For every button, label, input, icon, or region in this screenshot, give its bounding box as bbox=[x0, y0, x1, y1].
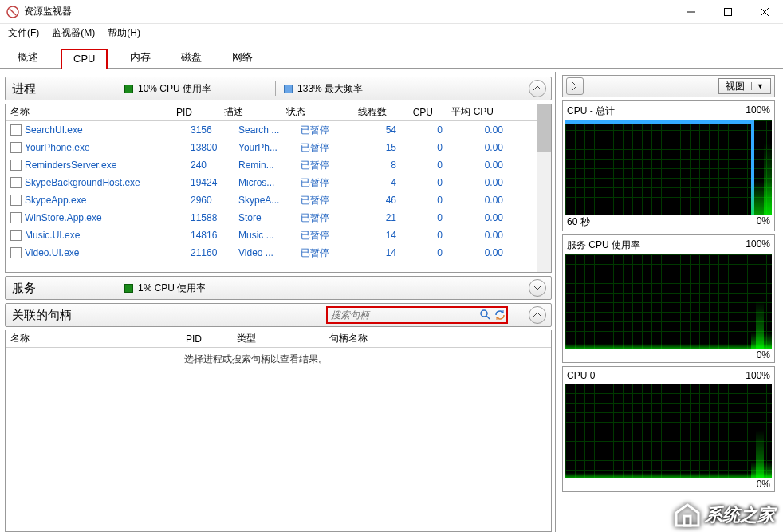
watermark: 系统之家 bbox=[673, 503, 775, 527]
graph-canvas bbox=[565, 254, 772, 349]
handles-title: 关联的句柄 bbox=[12, 308, 72, 323]
titlebar: 资源监视器 bbox=[0, 0, 783, 24]
handles-search-box bbox=[326, 306, 508, 324]
minimize-button[interactable] bbox=[673, 0, 710, 24]
row-checkbox[interactable] bbox=[10, 124, 22, 136]
collapse-handles-button[interactable] bbox=[529, 306, 546, 324]
svg-rect-3 bbox=[725, 8, 732, 15]
processes-header[interactable]: 进程 10% CPU 使用率 133% 最大频率 bbox=[5, 77, 552, 100]
graph-title: 服务 CPU 使用率 bbox=[567, 238, 640, 252]
chevron-up-icon bbox=[533, 313, 541, 317]
search-icon[interactable] bbox=[479, 309, 492, 321]
expand-services-button[interactable] bbox=[529, 279, 546, 297]
col-handle-type[interactable]: 类型 bbox=[237, 332, 329, 345]
graph-footer-right: 0% bbox=[757, 479, 770, 490]
chevron-right-icon bbox=[572, 82, 577, 90]
process-row[interactable]: RemindersServer.exe240Remin...已暂停800.00 bbox=[6, 156, 537, 174]
app-icon bbox=[6, 6, 19, 18]
menu-help[interactable]: 帮助(H) bbox=[108, 26, 140, 40]
collapse-graphs-button[interactable] bbox=[566, 77, 584, 95]
row-checkbox[interactable] bbox=[10, 142, 22, 153]
graph-panel: CPU - 总计100%60 秒0% bbox=[562, 100, 775, 231]
svg-line-7 bbox=[486, 316, 490, 319]
tab-overview[interactable]: 概述 bbox=[10, 47, 46, 69]
tabs: 概述 CPU 内存 磁盘 网络 bbox=[0, 46, 783, 69]
handles-panel: 名称 PID 类型 句柄名称 选择进程或搜索句柄以查看结果。 bbox=[5, 330, 552, 532]
handles-search-input[interactable] bbox=[331, 309, 476, 321]
col-avg[interactable]: 平均 CPU bbox=[439, 105, 500, 119]
row-checkbox[interactable] bbox=[10, 177, 22, 188]
col-handle-hname[interactable]: 句柄名称 bbox=[329, 332, 374, 345]
row-checkbox[interactable] bbox=[10, 212, 22, 223]
row-checkbox[interactable] bbox=[10, 195, 22, 206]
services-header[interactable]: 服务 1% CPU 使用率 bbox=[5, 276, 552, 300]
row-checkbox[interactable] bbox=[10, 247, 22, 258]
process-row[interactable]: Video.UI.exe21160Video ...已暂停1400.00 bbox=[6, 244, 537, 262]
services-cpu-indicator: 1% CPU 使用率 bbox=[124, 282, 206, 295]
col-pid[interactable]: PID bbox=[176, 107, 224, 118]
graph-max: 100% bbox=[746, 238, 770, 252]
menu-file[interactable]: 文件(F) bbox=[8, 26, 39, 40]
processes-title: 进程 bbox=[12, 81, 36, 97]
graph-footer-left: 60 秒 bbox=[567, 215, 590, 229]
chevron-down-icon bbox=[533, 286, 541, 290]
collapse-processes-button[interactable] bbox=[529, 80, 546, 97]
graph-max: 100% bbox=[746, 104, 770, 118]
services-title: 服务 bbox=[12, 281, 36, 296]
col-handle-name[interactable]: 名称 bbox=[10, 332, 186, 345]
view-dropdown[interactable]: 视图 ▼ bbox=[718, 78, 771, 94]
col-desc[interactable]: 描述 bbox=[224, 105, 286, 119]
graph-panel: CPU 0100%0% bbox=[562, 366, 775, 492]
col-threads[interactable]: 线程数 bbox=[339, 105, 393, 119]
tab-cpu[interactable]: CPU bbox=[61, 49, 108, 69]
window-title: 资源监视器 bbox=[24, 5, 673, 18]
col-state[interactable]: 状态 bbox=[286, 105, 339, 119]
graphs-pane: 视图 ▼ CPU - 总计100%60 秒0%服务 CPU 使用率100%0%C… bbox=[555, 72, 783, 532]
graph-title: CPU - 总计 bbox=[567, 104, 615, 118]
tab-disk[interactable]: 磁盘 bbox=[173, 47, 210, 69]
graph-footer-right: 0% bbox=[757, 349, 770, 361]
graph-panel: 服务 CPU 使用率100%0% bbox=[562, 234, 775, 363]
process-row[interactable]: Music.UI.exe14816Music ...已暂停1400.00 bbox=[6, 227, 537, 244]
close-button[interactable] bbox=[746, 0, 783, 24]
svg-rect-9 bbox=[684, 516, 691, 526]
max-freq-indicator: 133% 最大频率 bbox=[284, 82, 363, 96]
col-name[interactable]: 名称 bbox=[10, 105, 176, 119]
process-row[interactable]: WinStore.App.exe11588Store已暂停2100.00 bbox=[6, 209, 537, 227]
blue-square-icon bbox=[284, 85, 293, 93]
tab-memory[interactable]: 内存 bbox=[122, 47, 159, 69]
chevron-up-icon bbox=[533, 86, 541, 91]
process-row[interactable]: SkypeBackgroundHost.exe19424Micros...已暂停… bbox=[6, 174, 537, 191]
processes-table: 名称 PID 描述 状态 线程数 CPU 平均 CPU SearchUI.exe… bbox=[5, 104, 552, 273]
process-row[interactable]: YourPhone.exe13800YourPh...已暂停1500.00 bbox=[6, 139, 537, 156]
graph-canvas bbox=[565, 384, 772, 478]
dropdown-arrow-icon: ▼ bbox=[751, 82, 764, 90]
process-row[interactable]: SkypeApp.exe2960SkypeA...已暂停4600.00 bbox=[6, 191, 537, 209]
processes-scrollbar[interactable] bbox=[537, 104, 551, 272]
maximize-button[interactable] bbox=[710, 0, 746, 24]
graphs-header: 视图 ▼ bbox=[562, 75, 775, 97]
handles-empty-message: 选择进程或搜索句柄以查看结果。 bbox=[184, 353, 543, 366]
graph-title: CPU 0 bbox=[567, 370, 595, 381]
tab-network[interactable]: 网络 bbox=[224, 47, 261, 69]
menubar: 文件(F) 监视器(M) 帮助(H) bbox=[0, 24, 783, 41]
handles-header[interactable]: 关联的句柄 bbox=[5, 303, 552, 327]
handles-columns: 名称 PID 类型 句柄名称 bbox=[6, 330, 551, 348]
refresh-icon[interactable] bbox=[494, 309, 506, 321]
green-square-icon bbox=[124, 85, 133, 93]
row-checkbox[interactable] bbox=[10, 230, 22, 241]
row-checkbox[interactable] bbox=[10, 160, 22, 171]
graph-max: 100% bbox=[746, 370, 770, 381]
graph-footer-right: 0% bbox=[757, 215, 770, 229]
cpu-usage-indicator: 10% CPU 使用率 bbox=[124, 82, 211, 96]
svg-point-6 bbox=[481, 310, 487, 317]
process-row[interactable]: SearchUI.exe3156Search ...已暂停5400.00 bbox=[6, 121, 537, 139]
menu-monitor[interactable]: 监视器(M) bbox=[52, 26, 95, 40]
processes-columns: 名称 PID 描述 状态 线程数 CPU 平均 CPU bbox=[6, 104, 537, 121]
col-handle-pid[interactable]: PID bbox=[186, 333, 237, 345]
graph-canvas bbox=[565, 120, 772, 215]
green-square-icon bbox=[124, 284, 133, 293]
col-cpu[interactable]: CPU bbox=[393, 107, 439, 118]
